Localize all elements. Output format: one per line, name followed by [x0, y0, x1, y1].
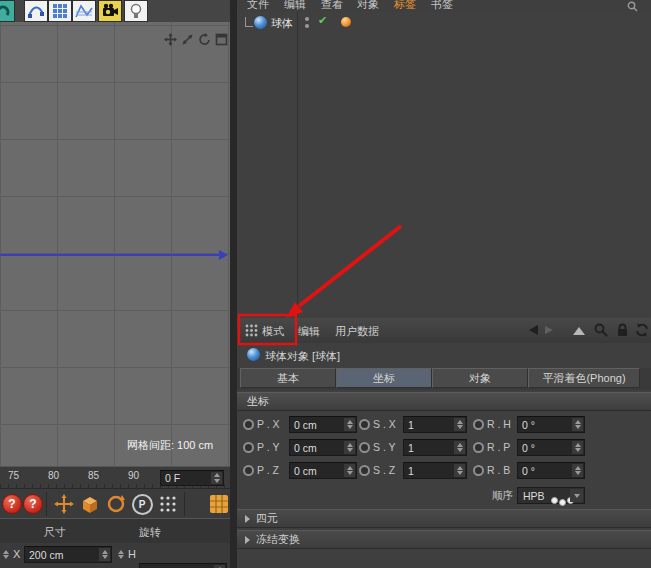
camera-icon[interactable] [98, 0, 122, 22]
array-grid-icon[interactable] [48, 0, 72, 22]
menu-bookmark[interactable]: 书签 [431, 0, 453, 12]
dropdown-arrow-icon[interactable] [570, 489, 583, 502]
frame-stepper[interactable] [211, 472, 222, 484]
tab-basic[interactable]: 基本 [240, 368, 336, 388]
mode-palette-icon[interactable] [245, 324, 258, 339]
object-name[interactable]: 球体 [271, 16, 293, 31]
keyframe-circle[interactable] [473, 442, 484, 453]
x-position-field[interactable]: 200 cm [24, 546, 112, 563]
help-icon[interactable]: ? [23, 494, 43, 514]
lock-icon[interactable] [616, 323, 629, 339]
workplane-icon[interactable]: P [130, 492, 154, 516]
rotate-icon[interactable] [198, 33, 211, 46]
rp-spin[interactable] [572, 441, 583, 454]
rh-spin[interactable] [572, 418, 583, 431]
rotation-column-header: 旋转 [139, 525, 161, 540]
history-forward-icon[interactable] [545, 326, 553, 334]
rb-spin[interactable] [572, 464, 583, 477]
current-frame-field[interactable]: 0 F [160, 470, 224, 486]
keyframe-circle[interactable] [243, 419, 254, 430]
timeline-ruler[interactable]: 75 80 85 90 0 F [0, 466, 230, 489]
sz-spin[interactable] [454, 464, 465, 477]
sy-field[interactable]: 1 [403, 439, 467, 456]
cinema4d-window: 网格间距: 100 cm 75 80 85 90 0 F ? ? P [0, 0, 651, 568]
tab-coordinates[interactable]: 坐标 [336, 368, 432, 388]
px-spin[interactable] [344, 418, 355, 431]
tree-branch-line [245, 17, 253, 27]
x-field-spin[interactable] [99, 548, 110, 561]
timeline-tick-label: 80 [48, 470, 59, 481]
h-field-label: H [128, 548, 136, 560]
landscape-grid-icon[interactable] [72, 0, 96, 22]
sx-field[interactable]: 1 [403, 416, 467, 433]
x-field-stepper[interactable] [3, 550, 9, 559]
quaternion-section[interactable]: 四元 [237, 509, 651, 528]
search-icon[interactable] [594, 323, 608, 339]
menu-edit[interactable]: 编辑 [284, 0, 306, 12]
h-rotation-field[interactable]: 0 ° [139, 563, 227, 568]
search-icon[interactable] [627, 1, 638, 12]
menu-view[interactable]: 查看 [321, 0, 343, 12]
spline-pen-icon[interactable] [24, 0, 48, 22]
menu-file[interactable]: 文件 [247, 0, 269, 12]
maximize-icon[interactable] [215, 33, 228, 46]
keyframe-circle[interactable] [243, 442, 254, 453]
py-spin[interactable] [344, 441, 355, 454]
rb-field[interactable]: 0 ° [517, 462, 585, 479]
freeze-transform-section[interactable]: 冻结变换 [237, 530, 651, 549]
user-data-menu[interactable]: 用户数据 [335, 324, 379, 339]
object-manager-divider [297, 12, 298, 318]
keyframe-circle[interactable] [359, 465, 370, 476]
coordinates-icon[interactable] [208, 492, 230, 516]
collapse-arrow-icon [245, 515, 250, 523]
tab-object[interactable]: 对象 [432, 368, 528, 388]
sync-icon[interactable] [635, 323, 649, 339]
snap-grid-icon[interactable] [156, 492, 180, 516]
tab-phong[interactable]: 平滑着色(Phong) [528, 368, 640, 388]
coordinates-section-header[interactable]: 坐标 [237, 392, 651, 411]
sphere-object-icon[interactable] [254, 16, 267, 29]
rotate-tool-icon[interactable] [104, 492, 128, 516]
pz-spin[interactable] [344, 464, 355, 477]
sz-field[interactable]: 1 [403, 462, 467, 479]
move-tool-icon[interactable] [52, 492, 76, 516]
py-field[interactable]: 0 cm [289, 439, 357, 456]
order-label: 顺序 [437, 489, 513, 503]
px-field[interactable]: 0 cm [289, 416, 357, 433]
enable-check-icon[interactable]: ✔ [318, 14, 327, 27]
light-icon[interactable] [124, 0, 148, 22]
menu-object[interactable]: 对象 [357, 0, 379, 12]
viewport[interactable]: 网格间距: 100 cm [0, 22, 230, 466]
pz-field[interactable]: 0 cm [289, 462, 357, 479]
phong-tag-icon[interactable] [341, 17, 351, 27]
object-manager[interactable]: 球体 ✔ [237, 12, 651, 318]
object-manager-menubar: 文件 编辑 查看 对象 标签 书签 [237, 0, 651, 12]
rp-field[interactable]: 0 ° [517, 439, 585, 456]
keyframe-circle[interactable] [243, 465, 254, 476]
magnet-icon[interactable] [0, 0, 15, 22]
order-row: 顺序 HPB [237, 486, 651, 506]
sx-spin[interactable] [454, 418, 465, 431]
keyframe-circle[interactable] [473, 465, 484, 476]
mode-menu[interactable]: 模式 [262, 324, 284, 339]
keyframe-circle[interactable] [359, 419, 370, 430]
right-panel: 文件 编辑 查看 对象 标签 书签 球体 ✔ [237, 0, 651, 568]
collapse-arrow-icon [245, 536, 250, 544]
model-tool-icon[interactable] [78, 492, 102, 516]
keyframe-circle[interactable] [473, 419, 484, 430]
zoom-icon[interactable] [181, 33, 194, 46]
up-level-icon[interactable] [573, 327, 585, 335]
pan-icon[interactable] [164, 33, 177, 46]
visibility-dot-bottom[interactable] [305, 24, 309, 28]
visibility-dot-top[interactable] [305, 17, 309, 21]
order-dropdown[interactable]: HPB [517, 487, 585, 504]
keyframe-circle[interactable] [359, 442, 370, 453]
h-field-stepper[interactable] [118, 550, 124, 559]
help-icon[interactable]: ? [2, 494, 22, 514]
rh-field[interactable]: 0 ° [517, 416, 585, 433]
edit-menu[interactable]: 编辑 [298, 324, 320, 339]
attribute-mode-bar: 模式 编辑 用户数据 [237, 318, 651, 344]
history-back-icon[interactable] [529, 325, 538, 335]
menu-tags[interactable]: 标签 [394, 0, 416, 12]
sy-spin[interactable] [454, 441, 465, 454]
